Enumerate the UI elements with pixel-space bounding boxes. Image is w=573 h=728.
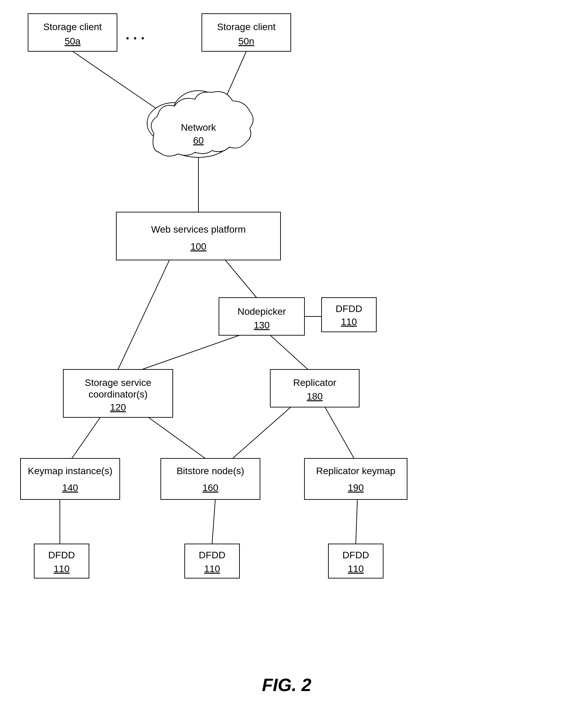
svg-line-0 [73,51,168,116]
storage-client-a-id: 50a [65,36,81,47]
storage-client-n-label: Storage client [217,22,275,32]
dfdd-replicator-label: DFDD [342,550,369,560]
storage-coord-label2: coordinator(s) [89,389,148,400]
dfdd-bitstore-label: DFDD [199,550,225,560]
keymap-id: 140 [62,482,78,493]
storage-coord-id: 120 [110,402,126,413]
dfdd-top-label: DFDD [336,303,362,314]
svg-line-6 [142,335,239,369]
svg-line-14 [356,496,357,544]
network-id: 60 [193,135,204,146]
dfdd-keymap-id: 110 [54,563,70,574]
web-services-id: 100 [191,241,207,252]
svg-line-3 [222,257,257,298]
svg-line-11 [325,407,354,458]
diagram-container: Network 60 Storage client 50a . . . Stor… [0,0,573,728]
web-services-box [116,212,281,260]
svg-line-10 [233,407,291,458]
diagram-svg: Network 60 Storage client 50a . . . Stor… [0,0,573,728]
replicator-keymap-label: Replicator keymap [316,466,395,476]
ellipsis: . . . [126,27,145,42]
keymap-label1: Keymap instance(s) [28,466,112,476]
dfdd-top-id: 110 [341,316,357,327]
replicator-label: Replicator [293,377,336,388]
keymap-box [21,458,120,499]
bitstore-id: 160 [203,482,219,493]
svg-line-9 [144,414,205,458]
dfdd-keymap-label: DFDD [48,550,75,560]
storage-client-n-id: 50n [238,36,255,47]
nodepicker-label: Nodepicker [237,306,286,317]
svg-line-8 [72,414,103,458]
fig-label: FIG. 2 [262,675,312,695]
replicator-keymap-id: 190 [348,482,364,493]
bitstore-label: Bitstore node(s) [177,466,244,476]
network-label: Network [181,122,217,133]
dfdd-bitstore-id: 110 [204,563,220,574]
storage-coord-label1: Storage service [85,377,152,388]
replicator-keymap-box [304,458,407,499]
web-services-label: Web services platform [151,224,246,235]
storage-client-a-label: Storage client [43,22,102,32]
dfdd-replicator-id: 110 [348,563,364,574]
replicator-id: 180 [307,391,323,402]
svg-line-4 [118,257,171,369]
svg-line-7 [270,335,308,369]
bitstore-box [161,458,260,499]
svg-line-13 [212,496,216,544]
nodepicker-id: 130 [254,320,270,330]
